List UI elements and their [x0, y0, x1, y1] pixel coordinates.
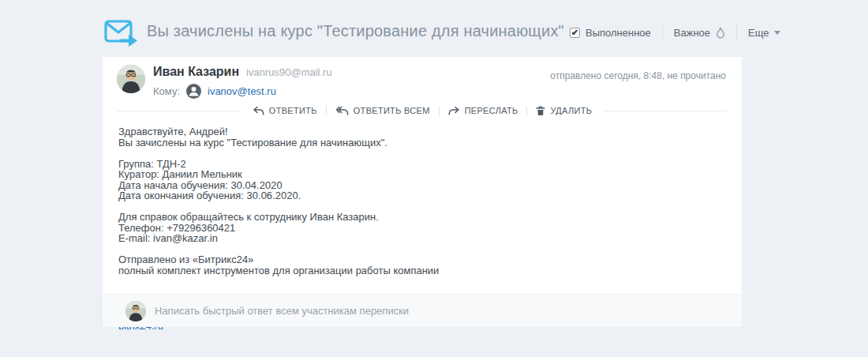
sender-name: Иван Казарин	[153, 65, 239, 79]
trash-icon	[536, 106, 545, 116]
person-icon	[186, 84, 201, 99]
divider	[439, 107, 440, 115]
reply-all-button[interactable]: ОТВЕТИТЬ ВСЕМ	[335, 106, 430, 116]
forward-icon	[448, 106, 460, 116]
sender-email: ivanrus90@mail.ru	[246, 66, 332, 78]
more-label: Еще	[748, 27, 769, 39]
important-label: Важное	[674, 27, 710, 39]
completed-checkbox[interactable]: ✔	[570, 28, 580, 38]
message-body: Здравствуйте, Андрей! Вы зачислены на ку…	[118, 126, 718, 276]
reply-icon	[253, 106, 264, 116]
important-toggle[interactable]: Важное	[674, 27, 725, 39]
message-status: отправлено сегодня, 8:48, не прочитано	[550, 70, 726, 81]
message-actions: ОТВЕТИТЬ ОТВЕТИТЬ ВСЕМ ПЕРЕСЛАТЬ УДАЛИТЬ	[117, 103, 728, 118]
to-label: Кому:	[153, 85, 180, 97]
divider	[662, 24, 663, 41]
recipient-line: Кому: ivanov@test.ru	[153, 84, 276, 99]
quick-reply-bar[interactable]: Написать быстрый ответ всем участникам п…	[103, 294, 742, 327]
sender-avatar	[117, 65, 145, 93]
page-title: Вы зачислены на курс "Тестирование для н…	[147, 22, 564, 40]
mail-arrow-icon	[104, 19, 139, 47]
divider	[736, 24, 737, 41]
divider	[526, 107, 527, 115]
recipient-email-link[interactable]: ivanov@test.ru	[208, 85, 276, 97]
email-card: Иван Казарин ivanrus90@mail.ru Кому: iva…	[103, 57, 742, 327]
completed-toggle[interactable]: ✔ Выполненное	[570, 27, 651, 39]
quick-reply-placeholder: Написать быстрый ответ всем участникам п…	[155, 305, 409, 317]
delete-button[interactable]: УДАЛИТЬ	[536, 106, 592, 116]
header-controls: ✔ Выполненное Важное Еще	[570, 24, 780, 41]
completed-label: Выполненное	[586, 27, 651, 39]
divider	[326, 107, 327, 115]
forward-button[interactable]: ПЕРЕСЛАТЬ	[448, 106, 518, 116]
reply-avatar	[125, 301, 146, 321]
more-menu-button[interactable]: Еще	[748, 27, 780, 39]
flame-icon	[716, 27, 725, 39]
sender-line: Иван Казарин ivanrus90@mail.ru	[153, 65, 332, 79]
reply-button[interactable]: ОТВЕТИТЬ	[253, 106, 317, 116]
chevron-down-icon	[774, 31, 780, 35]
reply-all-icon	[335, 106, 349, 116]
